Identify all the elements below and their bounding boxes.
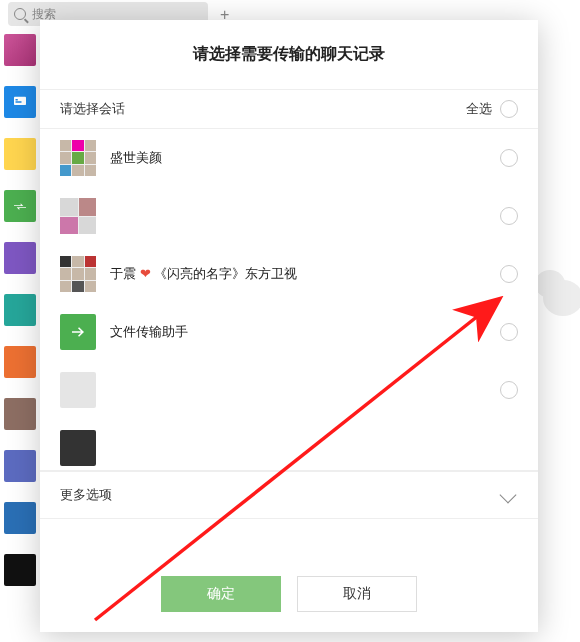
list-item[interactable]: 盛世美颜: [40, 129, 538, 187]
radio-icon[interactable]: [500, 381, 518, 399]
sidebar-avatar-list: [4, 0, 38, 642]
chat-icon[interactable]: [4, 86, 36, 118]
chevron-down-icon: [500, 487, 517, 504]
more-options-button[interactable]: 更多选项: [40, 471, 538, 519]
list-item[interactable]: [40, 187, 538, 245]
avatar: [60, 314, 96, 350]
select-all-button[interactable]: 全选: [466, 100, 518, 118]
modal-title: 请选择需要传输的聊天记录: [40, 20, 538, 89]
radio-icon[interactable]: [500, 323, 518, 341]
list-item[interactable]: 文件传输助手: [40, 303, 538, 361]
choose-session-label: 请选择会话: [60, 100, 125, 118]
radio-icon[interactable]: [500, 207, 518, 225]
wechat-logo-bg: [535, 270, 580, 330]
radio-icon: [500, 100, 518, 118]
avatar: [60, 198, 96, 234]
conversation-name: 文件传输助手: [110, 323, 486, 341]
section-header: 请选择会话 全选: [40, 89, 538, 129]
button-row: 确定 取消: [40, 548, 538, 632]
list-item[interactable]: [40, 361, 538, 419]
conversation-name: 于震 ❤ 《闪亮的名字》东方卫视: [110, 265, 486, 283]
svg-rect-2: [16, 101, 22, 103]
radio-icon[interactable]: [500, 265, 518, 283]
avatar: [60, 256, 96, 292]
ok-button[interactable]: 确定: [161, 576, 281, 612]
svg-rect-0: [14, 97, 26, 105]
transfer-icon[interactable]: [4, 190, 36, 222]
cancel-button[interactable]: 取消: [297, 576, 417, 612]
select-chat-modal: 请选择需要传输的聊天记录 请选择会话 全选 盛世美颜 于震 ❤ 《闪亮的名字》东…: [40, 20, 538, 632]
avatar: [60, 430, 96, 466]
more-options-label: 更多选项: [60, 486, 112, 504]
list-item[interactable]: [40, 419, 538, 468]
avatar: [60, 372, 96, 408]
svg-rect-1: [16, 99, 18, 101]
conversation-list: 盛世美颜 于震 ❤ 《闪亮的名字》东方卫视 文件传输助手: [40, 129, 538, 468]
select-all-label: 全选: [466, 100, 492, 118]
avatar: [60, 140, 96, 176]
radio-icon[interactable]: [500, 149, 518, 167]
heart-icon: ❤: [140, 266, 151, 281]
conversation-name: 盛世美颜: [110, 149, 486, 167]
list-item[interactable]: 于震 ❤ 《闪亮的名字》东方卫视: [40, 245, 538, 303]
